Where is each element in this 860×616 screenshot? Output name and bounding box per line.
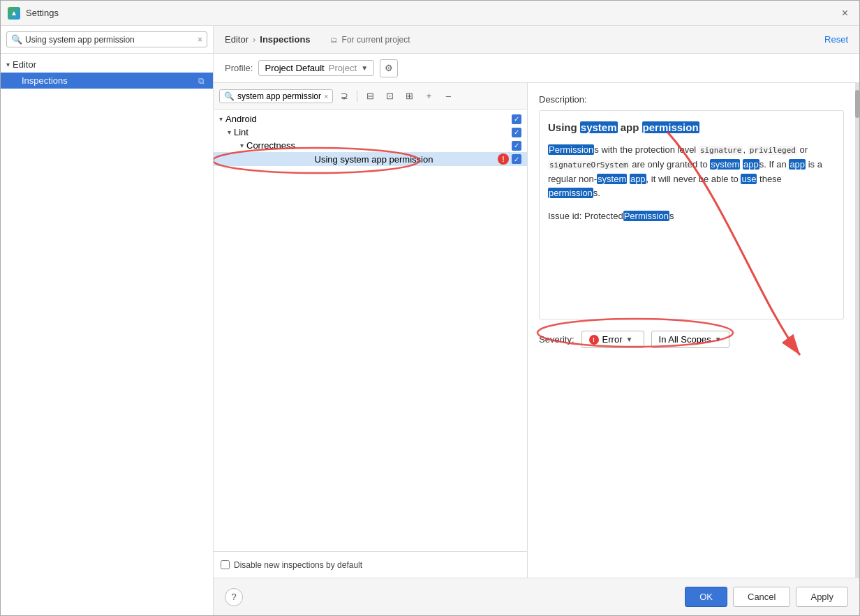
right-panel: Editor › Inspections 🗂 For current proje… (214, 26, 859, 615)
search-icon: 🔍 (11, 34, 22, 45)
ok-button[interactable]: OK (685, 587, 727, 607)
permission-checkbox[interactable]: ✓ (512, 154, 521, 164)
scope-select[interactable]: In All Scopes ▼ (651, 331, 729, 348)
group-icon: ⊞ (406, 91, 413, 101)
code-privileged: privileged (748, 146, 797, 155)
disable-label: Disable new inspections by default (234, 560, 362, 570)
apply-button[interactable]: Apply (796, 587, 848, 607)
desc-use-hl: use (741, 174, 757, 184)
sidebar-item-inspections[interactable]: Inspections ⧉ (1, 73, 213, 89)
breadcrumb-sep: › (253, 34, 255, 45)
android-checkbox[interactable]: ✓ (512, 114, 521, 124)
app-icon: ▲ (8, 7, 20, 20)
profile-sub: Project (329, 63, 357, 73)
editor-chevron: ▾ (6, 61, 10, 68)
help-button[interactable]: ? (225, 588, 243, 606)
profile-label: Profile: (225, 63, 253, 73)
desc-issue-id: Issue id: ProtectedPermissions (548, 209, 835, 224)
sidebar-group-editor[interactable]: ▾ Editor (1, 57, 213, 73)
lint-checkbox[interactable]: ✓ (512, 128, 521, 137)
window-title: Settings (26, 8, 59, 18)
tree-correctness[interactable]: ▾ Correctness ✓ (214, 139, 527, 152)
sidebar-editor-label: Editor (13, 59, 36, 70)
severity-value: Error (602, 334, 623, 345)
desc-title-system: system (580, 121, 618, 133)
breadcrumb-editor: Editor (225, 34, 249, 45)
tree-lint[interactable]: ▾ Lint ✓ (214, 126, 527, 139)
collapse-all-button[interactable]: ⊡ (381, 88, 398, 105)
lint-label: Lint (234, 127, 249, 137)
desc-apps-hl: app (743, 159, 759, 170)
filter-icon: ⊋ (341, 91, 348, 101)
sidebar: 🔍 × ▾ Editor Inspections ⧉ (1, 26, 214, 615)
toolbar-separator-1 (357, 91, 357, 102)
profile-select[interactable]: Project Default Project ▼ (258, 60, 374, 76)
expand-all-button[interactable]: ⊟ (362, 88, 378, 105)
sidebar-search-wrap[interactable]: 🔍 × (6, 31, 207, 47)
cancel-button[interactable]: Cancel (733, 587, 790, 607)
breadcrumb: Editor › Inspections 🗂 For current proje… (225, 34, 410, 45)
add-button[interactable]: + (420, 88, 437, 105)
filter-toolbar: 🔍 × ⊋ ⊟ ⊡ (214, 83, 527, 110)
profile-gear-button[interactable]: ⚙ (380, 59, 398, 77)
desc-title-app: app (618, 121, 642, 133)
inspections-label: Inspections (22, 75, 68, 86)
correctness-label: Correctness (246, 140, 295, 151)
filter-search-input[interactable] (237, 91, 321, 101)
scroll-thumb[interactable] (855, 90, 859, 118)
help-icon: ? (231, 592, 236, 602)
desc-app-hl3: app (630, 174, 646, 184)
desc-system-hl: system (710, 159, 740, 170)
add-icon: + (427, 91, 432, 101)
disable-inspections-option[interactable]: Disable new inspections by default (221, 560, 362, 570)
sidebar-search-input[interactable] (25, 35, 195, 45)
error-icon: ! (502, 156, 504, 163)
desc-title: Using system app permission (548, 119, 835, 136)
profile-dropdown-arrow: ▼ (361, 64, 368, 72)
severity-row: Severity: ! Error ▼ In All Scopes ▼ (539, 331, 844, 348)
code-signature: signature (699, 146, 743, 155)
disable-checkbox-input[interactable] (221, 560, 230, 569)
profile-bar: Profile: Project Default Project ▼ ⚙ (214, 54, 859, 83)
description-label: Description: (539, 94, 844, 105)
title-bar: ▲ Settings × (1, 1, 859, 26)
correctness-chevron: ▾ (240, 142, 244, 149)
filter-search-wrap[interactable]: 🔍 × (219, 89, 333, 103)
top-bar: Editor › Inspections 🗂 For current proje… (214, 26, 859, 54)
correctness-checkbox[interactable]: ✓ (512, 141, 521, 151)
severity-container: Severity: ! Error ▼ In All Scopes ▼ (539, 320, 844, 348)
lint-chevron: ▾ (228, 128, 231, 136)
remove-button[interactable]: – (440, 88, 457, 105)
desc-app-hl2: app (789, 159, 806, 170)
scope-arrow: ▼ (715, 336, 722, 343)
filter-search-icon: 🔍 (224, 91, 235, 101)
filter-clear-button[interactable]: × (324, 92, 328, 100)
sidebar-search-clear[interactable]: × (198, 35, 202, 45)
group-button[interactable]: ⊞ (401, 88, 417, 105)
description-panel: Description: Using system app permission… (528, 83, 855, 578)
reset-button[interactable]: Reset (824, 34, 848, 45)
content-area: 🔍 × ⊋ ⊟ ⊡ (214, 83, 859, 578)
severity-select[interactable]: ! Error ▼ (581, 331, 644, 348)
permission-item-label: Using system app permission (253, 154, 495, 165)
scroll-indicator[interactable] (855, 83, 859, 578)
sidebar-tree: ▾ Editor Inspections ⧉ (1, 54, 213, 615)
android-label: Android (225, 114, 257, 124)
desc-permissions-hl: Permission (548, 144, 594, 155)
filter-button[interactable]: ⊋ (336, 88, 353, 105)
close-button[interactable]: × (838, 6, 852, 20)
severity-arrow: ▼ (625, 336, 632, 343)
tree-android[interactable]: ▾ Android ✓ (214, 112, 527, 126)
tree-item-using-system-app-permission[interactable]: Using system app permission ! ✓ (214, 152, 527, 166)
desc-system-hl2: system (597, 174, 627, 184)
desc-title-using: Using (548, 121, 580, 133)
settings-window: ▲ Settings × 🔍 × ▾ Editor (0, 0, 860, 616)
profile-value: Project Default (265, 63, 324, 73)
desc-permissions-hl3: Permission (623, 211, 669, 221)
minus-icon: – (446, 91, 451, 101)
for-project-icon: 🗂 (330, 36, 338, 44)
for-current-project[interactable]: For current project (342, 35, 410, 45)
error-badge: ! (498, 153, 509, 165)
gear-icon: ⚙ (385, 63, 393, 73)
expand-all-icon: ⊟ (366, 91, 374, 101)
